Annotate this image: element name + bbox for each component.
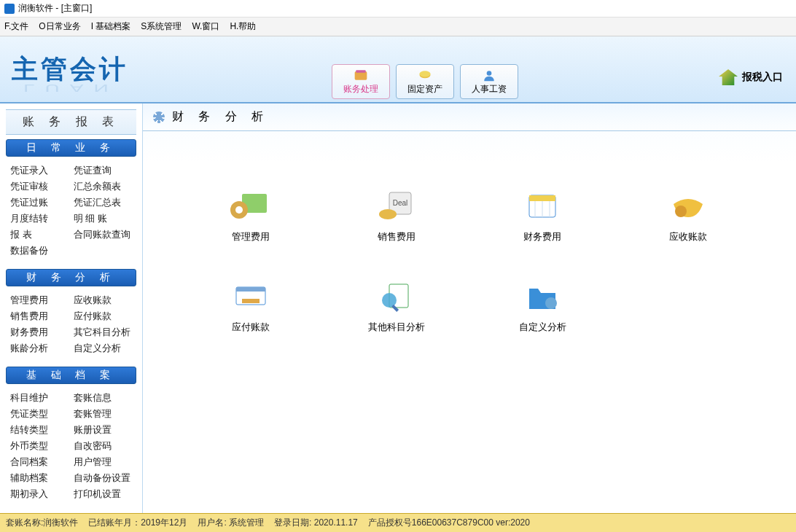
titlebar: 润衡软件 - [主窗口]: [0, 0, 796, 17]
menu-help[interactable]: H.帮助: [230, 20, 256, 33]
card-label: 财务费用: [523, 230, 561, 243]
menu-daily[interactable]: O日常业务: [39, 20, 80, 33]
deal-icon: Deal: [376, 189, 417, 223]
card-label: 销售费用: [378, 230, 415, 243]
nav-label: 固定资产: [407, 83, 442, 95]
tax-label: 报税入口: [742, 71, 783, 84]
sb-item[interactable]: 打印机设置: [74, 488, 133, 501]
svg-point-4: [487, 71, 492, 76]
status-license: 产品授权号166E00637C879C00 ver:2020: [368, 517, 530, 529]
sb-item[interactable]: 凭证录入: [10, 164, 69, 177]
status-closed: 已结账年月：2019年12月: [88, 517, 187, 529]
menu-base[interactable]: I 基础档案: [91, 20, 131, 33]
sb-item[interactable]: 财务费用: [10, 326, 69, 339]
sb-item[interactable]: 期初录入: [10, 488, 69, 501]
sb-item[interactable]: 合同账款查询: [74, 228, 133, 241]
card-label: 应付账款: [232, 321, 270, 334]
card-receivable[interactable]: 应收账款: [615, 189, 761, 243]
menubar: F.文件 O日常业务 I 基础档案 S系统管理 W.窗口 H.帮助: [0, 17, 796, 36]
card-payable[interactable]: 应付账款: [178, 280, 324, 334]
sb-item[interactable]: 其它科目分析: [74, 326, 133, 339]
sb-item[interactable]: 自定义分析: [74, 342, 133, 355]
svg-point-16: [675, 206, 687, 217]
menu-system[interactable]: S系统管理: [141, 20, 182, 33]
card-label: 其他科目分析: [368, 321, 425, 334]
sb-item: [74, 244, 133, 257]
sb-item[interactable]: 辅助档案: [10, 472, 69, 485]
svg-rect-18: [236, 287, 265, 292]
card-custom-analysis[interactable]: 自定义分析: [469, 280, 615, 334]
icon-grid: 管理费用 Deal 销售费用 财务费用 应收账款 应付账款 其他科目分析: [143, 131, 796, 334]
menu-window[interactable]: W.窗口: [192, 20, 219, 33]
app-logo-shadow: LUAN: [23, 82, 119, 93]
sb-item[interactable]: 自改密码: [74, 439, 133, 453]
sb-item[interactable]: 科目维护: [10, 391, 69, 404]
svg-rect-19: [242, 299, 260, 303]
sb-item[interactable]: 自动备份设置: [74, 472, 133, 485]
sidebar-section-daily[interactable]: 日 常 业 务: [6, 139, 136, 157]
gear-chart-icon: [230, 189, 271, 223]
sb-item[interactable]: 数据备份: [10, 244, 69, 257]
sidebar-grid-analysis: 管理费用 应收账款 销售费用 应付账款 财务费用 其它科目分析 账龄分析 自定义…: [0, 289, 142, 362]
svg-point-7: [235, 206, 243, 214]
content: 财 务 分 析 管理费用 Deal 销售费用 财务费用 应收账款 应付账款: [143, 103, 796, 513]
sb-item[interactable]: 应付账款: [74, 310, 133, 323]
card-mgmt-expense[interactable]: 管理费用: [178, 189, 324, 243]
card-label: 自定义分析: [519, 321, 566, 334]
card-sales-expense[interactable]: Deal 销售费用: [324, 189, 469, 243]
nav-label: 账务处理: [343, 83, 378, 95]
coins-icon: [418, 69, 432, 82]
svg-point-10: [379, 209, 397, 219]
sb-item[interactable]: 套账管理: [74, 407, 133, 420]
book-icon: [354, 69, 368, 82]
sb-item[interactable]: 月度结转: [10, 212, 69, 225]
sb-item[interactable]: 汇总余额表: [74, 180, 133, 193]
sb-item[interactable]: 凭证审核: [10, 180, 69, 193]
house-icon: [719, 69, 738, 85]
sb-item[interactable]: 凭证查询: [74, 164, 133, 177]
sb-item[interactable]: 销售费用: [10, 310, 69, 323]
sb-item[interactable]: 明 细 账: [74, 212, 133, 225]
sb-item[interactable]: 管理费用: [10, 294, 69, 307]
status-account: 套账名称:润衡软件: [6, 517, 78, 529]
calendar-icon: [522, 189, 563, 223]
sidebar: 账 务 报 表 日 常 业 务 凭证录入 凭证查询 凭证审核 汇总余额表 凭证过…: [0, 103, 143, 513]
folder-gear-icon: [522, 280, 563, 313]
nav-buttons: 账务处理 固定资产 人事工资: [332, 64, 518, 99]
status-login: 登录日期: 2020.11.17: [274, 517, 358, 529]
people-icon: [482, 69, 496, 82]
nav-assets[interactable]: 固定资产: [396, 64, 454, 99]
card-label: 管理费用: [232, 230, 270, 243]
sidebar-grid-daily: 凭证录入 凭证查询 凭证审核 汇总余额表 凭证过账 凭证汇总表 月度结转 明 细…: [0, 160, 142, 265]
gear-icon: [153, 112, 165, 123]
header-banner: 主管会计 LUAN 账务处理 固定资产 人事工资 报税入口: [0, 36, 796, 102]
status-user: 用户名: 系统管理: [198, 517, 264, 529]
svg-point-23: [545, 297, 557, 309]
sidebar-section-analysis[interactable]: 财 务 分 析: [6, 269, 136, 286]
menu-file[interactable]: F.文件: [4, 20, 28, 33]
sb-item[interactable]: 结转类型: [10, 423, 69, 437]
cheque-icon: [230, 280, 271, 313]
tax-entry[interactable]: 报税入口: [719, 69, 783, 85]
sb-item[interactable]: 合同档案: [10, 455, 69, 469]
sb-item[interactable]: 凭证类型: [10, 407, 69, 420]
sb-item[interactable]: 应收账款: [74, 294, 133, 307]
card-other-analysis[interactable]: 其他科目分析: [324, 280, 469, 334]
sidebar-section-base[interactable]: 基 础 档 案: [6, 367, 136, 384]
sb-item[interactable]: 套账信息: [74, 391, 133, 404]
nav-accounting[interactable]: 账务处理: [332, 64, 390, 99]
sb-item[interactable]: 账龄分析: [10, 342, 69, 355]
magnify-doc-icon: [376, 280, 417, 313]
svg-rect-1: [356, 70, 365, 72]
sb-item[interactable]: 账册设置: [74, 423, 133, 437]
sidebar-grid-base: 科目维护 套账信息 凭证类型 套账管理 结转类型 账册设置 外币类型 自改密码 …: [0, 387, 142, 508]
statusbar: 套账名称:润衡软件 已结账年月：2019年12月 用户名: 系统管理 登录日期:…: [0, 513, 796, 532]
sb-item[interactable]: 凭证汇总表: [74, 196, 133, 209]
card-fin-expense[interactable]: 财务费用: [469, 189, 615, 243]
sb-item[interactable]: 凭证过账: [10, 196, 69, 209]
sb-item[interactable]: 报 表: [10, 228, 69, 241]
nav-payroll[interactable]: 人事工资: [460, 64, 518, 99]
sb-item[interactable]: 用户管理: [74, 455, 133, 469]
svg-rect-12: [529, 195, 555, 201]
sb-item[interactable]: 外币类型: [10, 439, 69, 453]
